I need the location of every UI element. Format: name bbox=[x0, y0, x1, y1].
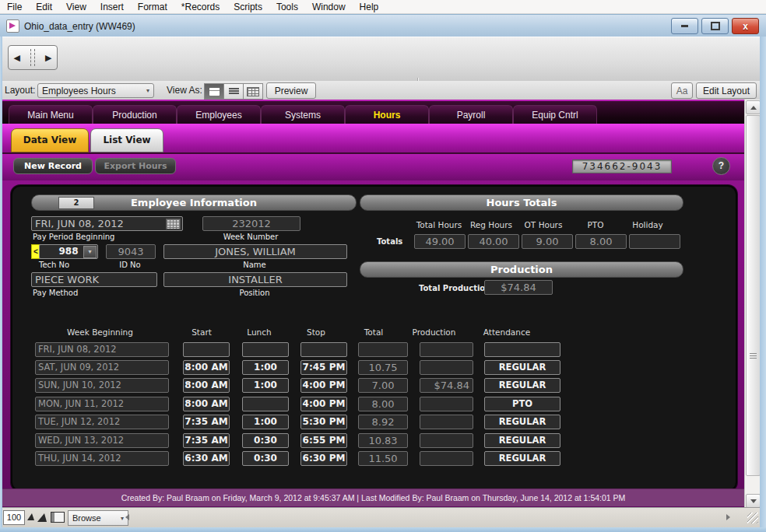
stop-cell[interactable]: 6:30 PM bbox=[300, 451, 347, 466]
week-cell[interactable]: TUE, JUN 12, 2012 bbox=[35, 415, 169, 429]
menu-scripts[interactable]: Scripts bbox=[227, 2, 269, 12]
stop-cell[interactable]: 4:00 PM bbox=[300, 378, 347, 393]
menu-file[interactable]: File bbox=[0, 2, 29, 12]
week-cell[interactable]: THU, JUN 14, 2012 bbox=[35, 451, 169, 466]
scrollbar-thumb[interactable] bbox=[746, 115, 761, 476]
zoom-level-box[interactable]: 100 bbox=[3, 510, 25, 525]
stop-cell[interactable] bbox=[300, 342, 347, 357]
tab-production[interactable]: Production bbox=[93, 105, 177, 125]
tab-main-menu[interactable]: Main Menu bbox=[9, 105, 93, 125]
scroll-up-button[interactable] bbox=[746, 100, 761, 114]
hscroll-left-icon[interactable] bbox=[125, 514, 129, 520]
stop-cell[interactable]: 4:00 PM bbox=[300, 397, 347, 411]
week-cell[interactable]: FRI, JUN 08, 2012 bbox=[35, 342, 169, 357]
stop-cell[interactable]: 7:45 PM bbox=[300, 360, 347, 375]
attendance-cell[interactable] bbox=[484, 342, 560, 357]
attendance-cell[interactable]: REGULAR bbox=[484, 360, 560, 375]
week-cell[interactable]: SAT, JUN 09, 2012 bbox=[35, 360, 169, 375]
menu-tools[interactable]: Tools bbox=[269, 2, 305, 12]
close-button[interactable]: x bbox=[732, 18, 759, 34]
total-production-value[interactable]: $74.84 bbox=[484, 280, 553, 295]
stop-cell[interactable]: 6:55 PM bbox=[300, 433, 347, 448]
id-no-field[interactable]: 9043 bbox=[106, 244, 156, 259]
holiday-value[interactable] bbox=[629, 234, 680, 249]
tab-employees[interactable]: Employees bbox=[177, 105, 261, 125]
scroll-down-button[interactable] bbox=[746, 494, 761, 508]
attendance-cell[interactable]: REGULAR bbox=[484, 451, 560, 466]
lunch-cell[interactable]: 0:30 bbox=[242, 433, 289, 448]
tab-list-view[interactable]: List View bbox=[90, 128, 163, 152]
view-as-list-button[interactable] bbox=[223, 83, 244, 100]
start-cell[interactable]: 7:35 AM bbox=[183, 415, 230, 429]
tab-systems[interactable]: Systems bbox=[261, 105, 345, 125]
vertical-scrollbar[interactable] bbox=[744, 100, 761, 507]
lunch-cell[interactable] bbox=[242, 342, 289, 357]
start-cell[interactable]: 8:00 AM bbox=[183, 397, 230, 411]
menu-help[interactable]: Help bbox=[353, 2, 386, 12]
production-cell bbox=[420, 433, 473, 448]
phone-field[interactable]: 734662-9043 bbox=[572, 159, 672, 173]
book-spine-icon bbox=[30, 49, 35, 66]
tab-hours[interactable]: Hours bbox=[345, 105, 429, 125]
menu-records[interactable]: *Records bbox=[174, 2, 227, 12]
tech-no-dropdown-icon[interactable]: ▾ bbox=[83, 246, 97, 258]
toggle-status-toolbar-icon[interactable] bbox=[51, 512, 65, 523]
position-field[interactable]: INSTALLER bbox=[163, 272, 347, 287]
record-navigation-book[interactable]: ◀ ▶ bbox=[8, 45, 58, 70]
layout-selector[interactable]: Employees Hours ▾ bbox=[37, 83, 154, 98]
view-as-table-button[interactable] bbox=[243, 83, 263, 100]
tab-payroll[interactable]: Payroll bbox=[429, 105, 513, 125]
edit-layout-button[interactable]: Edit Layout bbox=[696, 82, 757, 99]
total-hours-value[interactable]: 49.00 bbox=[414, 234, 466, 249]
start-cell[interactable]: 8:00 AM bbox=[183, 378, 230, 393]
minimize-button[interactable] bbox=[671, 18, 698, 34]
week-cell[interactable]: WED, JUN 13, 2012 bbox=[35, 433, 169, 448]
hscroll-right-icon[interactable] bbox=[726, 514, 730, 520]
pay-period-field[interactable]: FRI, JUN 08, 2012 bbox=[31, 216, 183, 231]
tab-data-view[interactable]: Data View bbox=[11, 128, 89, 152]
start-cell[interactable]: 6:30 AM bbox=[183, 451, 230, 466]
ot-hours-value[interactable]: 9.00 bbox=[522, 234, 573, 249]
name-field[interactable]: JONES, WILLIAM bbox=[163, 244, 347, 259]
calendar-icon[interactable] bbox=[166, 219, 181, 229]
reg-hours-value[interactable]: 40.00 bbox=[468, 234, 519, 249]
new-record-button[interactable]: New Record bbox=[13, 158, 93, 174]
lunch-cell[interactable]: 1:00 bbox=[242, 378, 289, 393]
week-cell[interactable]: MON, JUN 11, 2012 bbox=[35, 397, 169, 411]
lunch-cell[interactable] bbox=[242, 397, 289, 411]
tech-no-field[interactable]: 988 ▾ bbox=[39, 244, 98, 259]
start-cell[interactable]: 7:35 AM bbox=[183, 433, 230, 448]
window-border-bottom bbox=[0, 527, 766, 532]
zoom-out-icon[interactable] bbox=[27, 513, 34, 520]
help-button[interactable]: ? bbox=[712, 157, 730, 175]
restore-button[interactable] bbox=[701, 18, 729, 34]
mode-selector[interactable]: Browse ▾ bbox=[68, 510, 128, 526]
attendance-cell[interactable]: REGULAR bbox=[484, 378, 560, 393]
pto-value[interactable]: 8.00 bbox=[575, 234, 627, 249]
menu-format[interactable]: Format bbox=[131, 2, 174, 12]
lunch-cell[interactable]: 0:30 bbox=[242, 451, 289, 466]
zoom-in-icon[interactable] bbox=[37, 513, 47, 522]
week-number-field[interactable]: 232012 bbox=[202, 216, 300, 231]
attendance-cell[interactable]: PTO bbox=[484, 397, 560, 411]
tab-equip-cntrl[interactable]: Equip Cntrl bbox=[513, 105, 597, 125]
lunch-cell[interactable]: 1:00 bbox=[242, 360, 289, 375]
start-cell[interactable] bbox=[183, 342, 230, 357]
lunch-cell[interactable]: 1:00 bbox=[242, 415, 289, 429]
pay-method-field[interactable]: PIECE WORK bbox=[31, 272, 157, 287]
menu-window[interactable]: Window bbox=[305, 2, 353, 12]
preview-button[interactable]: Preview bbox=[266, 82, 316, 99]
resize-grip[interactable] bbox=[747, 513, 758, 523]
week-cell[interactable]: SUN, JUN 10, 2012 bbox=[35, 378, 169, 393]
start-cell[interactable]: 8:00 AM bbox=[183, 360, 230, 375]
attendance-cell[interactable]: REGULAR bbox=[484, 415, 560, 429]
menu-edit[interactable]: Edit bbox=[29, 2, 59, 12]
stop-cell[interactable]: 5:30 PM bbox=[300, 415, 347, 429]
previous-record-icon[interactable]: ◀ bbox=[14, 53, 20, 63]
menu-insert[interactable]: Insert bbox=[93, 2, 131, 12]
menu-view[interactable]: View bbox=[59, 2, 93, 12]
formatting-bar-button[interactable]: Aa bbox=[671, 82, 693, 99]
view-as-form-button[interactable] bbox=[204, 83, 224, 100]
attendance-cell[interactable]: REGULAR bbox=[484, 433, 560, 448]
next-record-icon[interactable]: ▶ bbox=[45, 53, 51, 63]
